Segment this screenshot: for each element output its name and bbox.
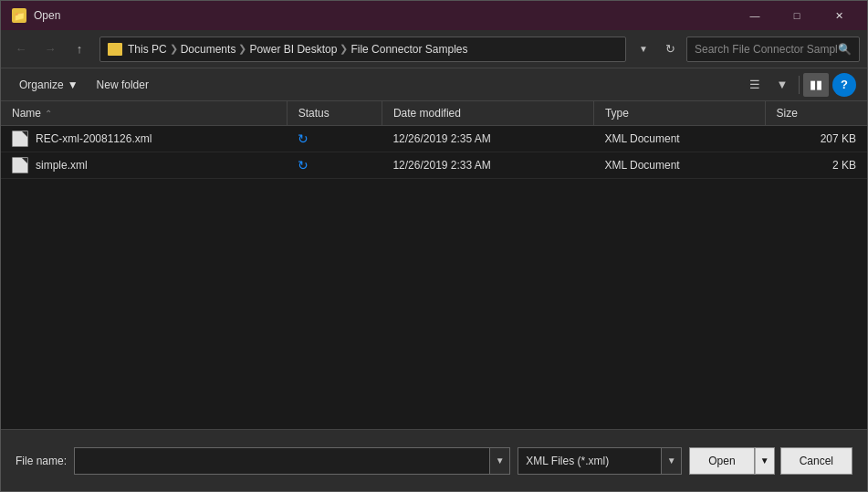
new-folder-button[interactable]: New folder [89, 73, 156, 97]
cell-type-1: XML Document [593, 152, 765, 179]
col-date-label: Date modified [393, 107, 461, 120]
table-header-row: Name ⌃ Status Date modified [1, 101, 867, 126]
close-button[interactable]: ✕ [818, 1, 860, 30]
back-button[interactable]: ← [8, 37, 34, 62]
breadcrumb-part-2[interactable]: Documents [181, 43, 236, 56]
sync-icon-0: ↻ [298, 131, 309, 146]
file-type-select: XML Files (*.xml) ▼ [518, 447, 682, 475]
col-name[interactable]: Name ⌃ [1, 101, 287, 126]
table-row[interactable]: simple.xml ↻ 12/26/2019 2:33 AM XML Docu… [1, 152, 867, 179]
breadcrumb-sep-2: ❯ [238, 43, 246, 55]
cell-date-0: 12/26/2019 2:35 AM [382, 126, 593, 152]
breadcrumb-sep-1: ❯ [170, 43, 178, 55]
file-type-dropdown-button[interactable]: ▼ [661, 448, 681, 474]
col-type[interactable]: Type [593, 101, 765, 126]
title-bar: 📁 Open — □ ✕ [1, 1, 867, 30]
cell-status-0: ↻ [287, 126, 382, 152]
col-size[interactable]: Size [765, 101, 867, 126]
breadcrumb-part-3[interactable]: Power BI Desktop [249, 43, 337, 56]
toolbar: Organize ▼ New folder ☰ ▼ ▮▮ ? [1, 68, 867, 101]
cell-name-0: REC-xml-20081126.xml [1, 126, 287, 152]
file-list-area: Name ⌃ Status Date modified [1, 101, 867, 429]
col-date[interactable]: Date modified [382, 101, 593, 126]
view-details-button[interactable]: ▮▮ [803, 73, 829, 97]
breadcrumb-part-4[interactable]: File Connector Samples [350, 43, 467, 56]
file-name-dropdown-button[interactable]: ▼ [489, 448, 509, 474]
file-icon-0 [12, 131, 28, 147]
help-button[interactable]: ? [832, 73, 856, 97]
col-status[interactable]: Status [287, 101, 382, 126]
cell-name-1: simple.xml [1, 152, 287, 179]
main-content: Name ⌃ Status Date modified [1, 101, 867, 429]
file-table: Name ⌃ Status Date modified [1, 101, 867, 179]
file-name-input[interactable] [75, 448, 489, 474]
view-dropdown-button[interactable]: ▼ [769, 73, 795, 97]
open-dialog: 📁 Open — □ ✕ ← → ↑ This PC ❯ Documents ❯… [0, 0, 868, 492]
search-icon: 🔍 [838, 43, 852, 56]
breadcrumb-folder-icon [108, 43, 122, 56]
navigation-bar: ← → ↑ This PC ❯ Documents ❯ Power BI Des… [1, 30, 867, 68]
refresh-button[interactable]: ↻ [657, 37, 683, 62]
dialog-title: Open [34, 9, 60, 22]
organize-button[interactable]: Organize ▼ [12, 73, 86, 97]
breadcrumb-dropdown-button[interactable]: ▼ [633, 37, 654, 62]
open-dropdown-button[interactable]: ▼ [755, 447, 775, 475]
content-area: Name ⌃ Status Date modified [1, 101, 867, 429]
col-name-label: Name [12, 107, 41, 120]
search-input[interactable] [695, 43, 838, 56]
cell-size-1: 2 KB [765, 152, 867, 179]
maximize-button[interactable]: □ [776, 1, 818, 30]
cell-date-1: 12/26/2019 2:33 AM [382, 152, 593, 179]
organize-dropdown-icon: ▼ [68, 79, 78, 91]
window-controls: — □ ✕ [734, 1, 860, 30]
view-buttons: ☰ ▼ ▮▮ [742, 73, 829, 97]
cell-type-0: XML Document [593, 126, 765, 152]
breadcrumb-part-1[interactable]: This PC [128, 43, 167, 56]
view-list-button[interactable]: ☰ [742, 73, 768, 97]
col-type-label: Type [605, 107, 629, 120]
file-name-input-wrap: ▼ [74, 447, 510, 475]
title-bar-left: 📁 Open [12, 8, 60, 23]
file-name-text-0: REC-xml-20081126.xml [36, 132, 152, 145]
open-button[interactable]: Open [689, 447, 754, 475]
file-name-label: File name: [16, 455, 67, 467]
sync-icon-1: ↻ [298, 158, 309, 173]
breadcrumb-bar: This PC ❯ Documents ❯ Power BI Desktop ❯… [99, 37, 626, 62]
cell-status-1: ↻ [287, 152, 382, 179]
cell-size-0: 207 KB [765, 126, 867, 152]
col-status-label: Status [298, 107, 329, 120]
file-type-label: XML Files (*.xml) [518, 448, 661, 474]
view-divider [799, 76, 800, 94]
cancel-button[interactable]: Cancel [780, 447, 852, 475]
file-name-text-1: simple.xml [36, 159, 88, 172]
table-row[interactable]: REC-xml-20081126.xml ↻ 12/26/2019 2:35 A… [1, 126, 867, 152]
new-folder-label: New folder [97, 79, 149, 91]
search-box: 🔍 [686, 37, 860, 62]
minimize-button[interactable]: — [734, 1, 776, 30]
breadcrumb-sep-3: ❯ [340, 43, 348, 55]
col-size-label: Size [777, 107, 798, 120]
sort-arrow-icon: ⌃ [45, 109, 52, 119]
up-button[interactable]: ↑ [67, 37, 92, 62]
organize-label: Organize [19, 79, 64, 91]
forward-button[interactable]: → [37, 37, 63, 62]
file-icon-1 [12, 157, 28, 173]
action-buttons: Open ▼ Cancel [689, 447, 852, 475]
bottom-bar: File name: ▼ XML Files (*.xml) ▼ Open ▼ … [1, 429, 867, 491]
dialog-icon: 📁 [12, 8, 26, 23]
